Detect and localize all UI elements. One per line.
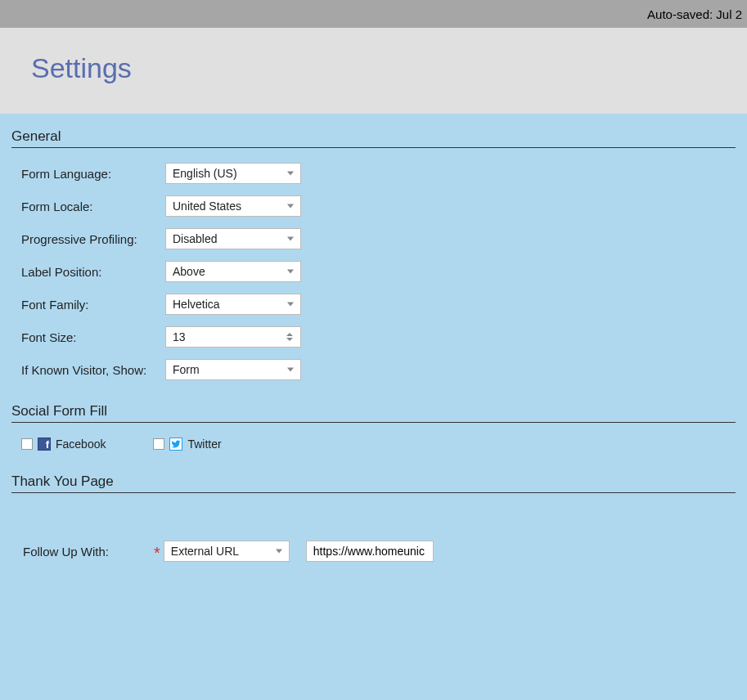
autosave-status: Auto-saved: Jul 2 xyxy=(647,7,742,21)
settings-content: General Form Language: English (US) Form… xyxy=(0,114,747,700)
known-visitor-select[interactable]: Form xyxy=(165,359,301,380)
known-visitor-value: Form xyxy=(173,363,200,376)
facebook-label: Facebook xyxy=(56,438,106,451)
followup-select[interactable]: External URL xyxy=(164,541,290,562)
font-family-row: Font Family: Helvetica xyxy=(11,294,736,315)
label-position-select[interactable]: Above xyxy=(165,261,301,282)
font-family-label: Font Family: xyxy=(21,298,165,312)
chevron-down-icon xyxy=(286,338,293,341)
known-visitor-label: If Known Visitor, Show: xyxy=(21,363,165,377)
font-size-label: Font Size: xyxy=(21,330,165,344)
followup-value: External URL xyxy=(171,545,239,558)
label-position-value: Above xyxy=(173,265,205,278)
progressive-profiling-value: Disabled xyxy=(173,232,217,245)
facebook-icon: f xyxy=(38,438,51,451)
chevron-down-icon xyxy=(276,550,282,554)
chevron-down-icon xyxy=(287,237,294,241)
form-locale-select[interactable]: United States xyxy=(165,195,301,217)
twitter-label: Twitter xyxy=(187,438,221,451)
form-language-label: Form Language: xyxy=(21,167,165,181)
followup-row: Follow Up With: * External URL xyxy=(11,508,736,562)
page-header: Settings xyxy=(0,28,747,114)
general-section-title: General xyxy=(11,128,736,148)
chevron-up-icon xyxy=(286,333,293,336)
progressive-profiling-label: Progressive Profiling: xyxy=(21,232,165,246)
font-size-input[interactable]: 13 xyxy=(165,326,301,348)
form-locale-row: Form Locale: United States xyxy=(11,195,736,217)
top-bar: Auto-saved: Jul 2 xyxy=(0,0,747,28)
required-star-icon: * xyxy=(154,545,160,561)
twitter-checkbox[interactable] xyxy=(153,438,164,450)
stepper-icon[interactable] xyxy=(286,327,296,347)
progressive-profiling-row: Progressive Profiling: Disabled xyxy=(11,228,736,249)
form-language-row: Form Language: English (US) xyxy=(11,163,736,184)
form-locale-value: United States xyxy=(173,200,241,213)
followup-label: Follow Up With: xyxy=(23,545,154,559)
facebook-option: f Facebook xyxy=(21,438,106,451)
social-row: f Facebook Twitter xyxy=(11,438,736,451)
thankyou-section-title: Thank You Page xyxy=(11,473,736,493)
font-size-row: Font Size: 13 xyxy=(11,326,736,348)
facebook-checkbox[interactable] xyxy=(21,438,33,450)
known-visitor-row: If Known Visitor, Show: Form xyxy=(11,359,736,380)
general-section: General Form Language: English (US) Form… xyxy=(11,128,736,380)
label-position-row: Label Position: Above xyxy=(11,261,736,282)
form-language-select[interactable]: English (US) xyxy=(165,163,301,184)
twitter-option: Twitter xyxy=(153,438,221,451)
page-title: Settings xyxy=(31,52,747,84)
social-section-title: Social Form Fill xyxy=(11,403,736,423)
chevron-down-icon xyxy=(287,303,294,307)
font-family-value: Helvetica xyxy=(173,298,220,311)
font-family-select[interactable]: Helvetica xyxy=(165,294,301,315)
chevron-down-icon xyxy=(287,204,294,209)
font-size-value: 13 xyxy=(173,330,186,343)
chevron-down-icon xyxy=(287,368,294,372)
form-locale-label: Form Locale: xyxy=(21,200,165,213)
thankyou-section: Thank You Page Follow Up With: * Externa… xyxy=(11,473,736,562)
progressive-profiling-select[interactable]: Disabled xyxy=(165,228,301,249)
followup-url-input[interactable] xyxy=(306,541,434,562)
label-position-label: Label Position: xyxy=(21,265,165,279)
twitter-icon xyxy=(169,438,182,451)
chevron-down-icon xyxy=(287,172,294,176)
form-language-value: English (US) xyxy=(173,167,237,180)
chevron-down-icon xyxy=(287,270,294,274)
social-section: Social Form Fill f Facebook Twitter xyxy=(11,403,736,451)
